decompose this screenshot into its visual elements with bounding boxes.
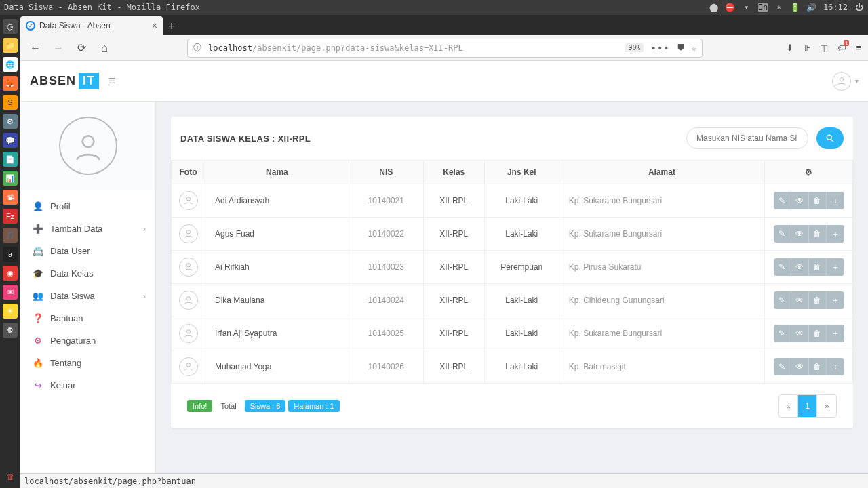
dock-amazon[interactable]: a — [3, 247, 18, 262]
tab-close-icon[interactable]: × — [152, 20, 157, 31]
sidebar-item-tambah-data[interactable]: ➕Tambah Data — [20, 218, 155, 240]
nav-home-button[interactable]: ⌂ — [96, 40, 113, 56]
row-action-2[interactable]: 🗑 — [809, 258, 827, 276]
dock-app1[interactable]: ⚙ — [3, 114, 18, 129]
menu-icon[interactable]: ≡ — [856, 43, 861, 53]
addon-notif-icon[interactable]: 🏷 — [837, 43, 846, 53]
record-icon[interactable]: ⬤ — [709, 3, 719, 12]
sidebar-menu: 👤Profil➕Tambah Data📇Data User🎓Data Kelas… — [20, 190, 155, 402]
row-action-1[interactable]: 👁 — [791, 291, 809, 309]
sidebar-item-pengaturan[interactable]: ⚙Pengaturan — [20, 329, 155, 352]
battery-icon[interactable]: 🔋 — [791, 3, 800, 12]
row-action-0[interactable]: ✎ — [774, 291, 791, 309]
row-avatar-icon — [179, 191, 198, 210]
nav-reload-button[interactable]: ⟳ — [73, 40, 90, 56]
col-6: ⚙ — [765, 161, 853, 184]
row-action-1[interactable]: 👁 — [791, 258, 809, 276]
dock-sublime[interactable]: S — [3, 95, 18, 110]
info-icon[interactable]: ⓘ — [193, 42, 201, 54]
dock-trash[interactable]: 🗑 — [3, 469, 18, 484]
row-action-2[interactable]: 🗑 — [809, 225, 827, 243]
window-title: Data Siswa - Absen Kit - Mozilla Firefox — [4, 3, 200, 12]
menu-label: Tentang — [50, 358, 81, 368]
new-tab-button[interactable]: + — [163, 18, 180, 35]
search-button[interactable] — [816, 127, 844, 149]
bookmark-star-icon[interactable]: ☆ — [692, 43, 696, 53]
sidebar-item-tentang[interactable]: 🔥Tentang — [20, 352, 155, 374]
dock-chrome[interactable]: 🌐 — [3, 57, 18, 72]
lang-indicator[interactable]: En — [758, 3, 768, 12]
nav-back-button[interactable]: ← — [27, 40, 43, 56]
row-action-3[interactable]: ＋ — [827, 258, 844, 276]
page-content: ABSENIT ≡ ▾ 👤Profil➕Tambah Data📇Data Use… — [20, 61, 868, 473]
page-actions-icon[interactable]: ••• — [650, 43, 669, 54]
sidebar-item-profil[interactable]: 👤Profil — [20, 195, 155, 218]
user-avatar-icon[interactable] — [832, 72, 851, 91]
app-header: ABSENIT ≡ ▾ — [20, 61, 868, 102]
row-action-3[interactable]: ＋ — [827, 291, 844, 309]
col-1: Nama — [205, 161, 349, 184]
cell-actions: ✎👁🗑＋ — [765, 284, 853, 317]
row-action-0[interactable]: ✎ — [774, 225, 791, 243]
page-next[interactable]: » — [817, 395, 836, 417]
row-actions: ✎👁🗑＋ — [774, 192, 844, 209]
sidebar-avatar — [20, 102, 155, 190]
dock-app2[interactable]: 💬 — [3, 133, 18, 148]
app-logo[interactable]: ABSENIT — [30, 73, 99, 89]
clock[interactable]: 16:12 — [823, 3, 848, 12]
row-action-3[interactable]: ＋ — [827, 225, 844, 243]
dock-filezilla[interactable]: Fz — [3, 209, 18, 224]
row-action-0[interactable]: ✎ — [774, 192, 791, 209]
sidebar-toggle-icon[interactable]: ◫ — [820, 43, 828, 53]
cell-actions: ✎👁🗑＋ — [765, 218, 853, 251]
row-action-2[interactable]: 🗑 — [809, 291, 827, 309]
dock-app4[interactable]: 📊 — [3, 171, 18, 186]
url-input[interactable]: ⓘ localhost/absenkit/page.php?data-siswa… — [187, 39, 703, 58]
col-2: NIS — [349, 161, 423, 184]
downloads-icon[interactable]: ⬇ — [786, 43, 793, 53]
row-action-2[interactable]: 🗑 — [809, 192, 827, 209]
dock-app7[interactable]: ◉ — [3, 266, 18, 281]
sidebar-item-bantuan[interactable]: ❓Bantuan — [20, 307, 155, 329]
volume-icon[interactable]: 🔊 — [807, 3, 816, 12]
dnd-icon[interactable]: ⛔ — [726, 3, 735, 12]
dock-app8[interactable]: ✉ — [3, 285, 18, 300]
row-action-0[interactable]: ✎ — [774, 358, 791, 375]
power-icon[interactable]: ⏻ — [854, 3, 864, 12]
dock-dash[interactable]: ◎ — [3, 19, 18, 34]
row-action-1[interactable]: 👁 — [791, 358, 809, 375]
row-action-3[interactable]: ＋ — [827, 192, 844, 209]
dock-app6[interactable]: 🎵 — [3, 228, 18, 243]
sidebar-item-keluar[interactable]: ↪Keluar — [20, 374, 155, 396]
row-action-3[interactable]: ＋ — [827, 325, 844, 342]
dock-app10[interactable]: ⚙ — [3, 323, 18, 338]
search-input[interactable] — [686, 127, 808, 149]
dock-app5[interactable]: 📽 — [3, 190, 18, 205]
sidebar-item-data-siswa[interactable]: 👥Data Siswa — [20, 285, 155, 307]
sidebar-toggle-button[interactable]: ≡ — [108, 74, 116, 88]
dock-firefox[interactable]: 🦊 — [3, 76, 18, 91]
row-action-3[interactable]: ＋ — [827, 358, 844, 375]
row-action-0[interactable]: ✎ — [774, 325, 791, 342]
page-prev[interactable]: « — [779, 395, 798, 417]
dock-files[interactable]: 📁 — [3, 38, 18, 53]
browser-tab[interactable]: ✓ Data Siswa - Absen × — [20, 16, 163, 35]
row-action-1[interactable]: 👁 — [791, 192, 809, 209]
page-current[interactable]: 1 — [798, 395, 817, 417]
badge-info: Info! — [187, 400, 212, 412]
row-action-0[interactable]: ✎ — [774, 258, 791, 276]
bluetooth-icon[interactable]: ∗ — [774, 3, 784, 12]
pocket-icon[interactable]: ⛊ — [677, 43, 685, 53]
user-dropdown-icon[interactable]: ▾ — [855, 77, 859, 85]
row-action-2[interactable]: 🗑 — [809, 325, 827, 342]
row-action-1[interactable]: 👁 — [791, 225, 809, 243]
sidebar-item-data-kelas[interactable]: 🎓Data Kelas — [20, 262, 155, 285]
sidebar-item-data-user[interactable]: 📇Data User — [20, 240, 155, 262]
row-action-1[interactable]: 👁 — [791, 325, 809, 342]
dock-app9[interactable]: ☀ — [3, 304, 18, 319]
row-action-2[interactable]: 🗑 — [809, 358, 827, 375]
zoom-badge[interactable]: 90% — [625, 43, 644, 52]
library-icon[interactable]: ⊪ — [803, 43, 810, 53]
wifi-icon[interactable]: ▾ — [742, 3, 751, 12]
dock-app3[interactable]: 📄 — [3, 152, 18, 167]
